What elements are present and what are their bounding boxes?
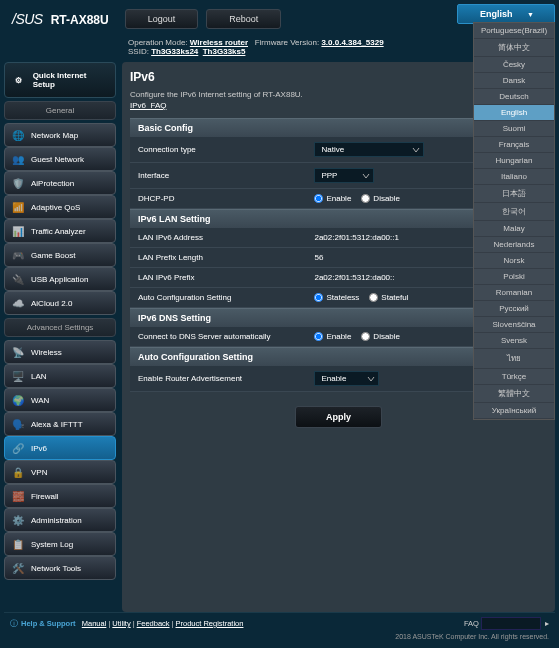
ssid2-link[interactable]: Th3G33ks5 bbox=[203, 47, 246, 56]
sidebar-header-advanced: Advanced Settings bbox=[4, 318, 116, 337]
sidebar-item-administration[interactable]: ⚙️Administration bbox=[4, 508, 116, 532]
sidebar-item-firewall[interactable]: 🧱Firewall bbox=[4, 484, 116, 508]
auto-cfg-stateless[interactable]: Stateless bbox=[314, 293, 359, 302]
help-support-link[interactable]: Help & Support bbox=[21, 619, 76, 628]
interface-select[interactable]: PPP bbox=[314, 168, 374, 183]
connection-type-select[interactable]: Native bbox=[314, 142, 424, 157]
manual-link[interactable]: Manual bbox=[82, 619, 107, 628]
sidebar-icon: 🧱 bbox=[11, 490, 25, 502]
sidebar-item-alexa-ifttt[interactable]: 🗣️Alexa & IFTTT bbox=[4, 412, 116, 436]
dhcp-pd-disable[interactable]: Disable bbox=[361, 194, 400, 203]
language-option[interactable]: Русский bbox=[474, 301, 554, 317]
language-option[interactable]: Український bbox=[474, 403, 554, 419]
sidebar-item-label: System Log bbox=[31, 540, 73, 549]
sidebar-item-adaptive-qos[interactable]: 📶Adaptive QoS bbox=[4, 195, 116, 219]
sidebar-item-aicloud-2-0[interactable]: ☁️AiCloud 2.0 bbox=[4, 291, 116, 315]
copyright: 2018 ASUSTeK Computer Inc. All rights re… bbox=[10, 633, 549, 640]
sidebar-item-game-boost[interactable]: 🎮Game Boost bbox=[4, 243, 116, 267]
sidebar-icon: ☁️ bbox=[11, 297, 25, 309]
sidebar-item-label: VPN bbox=[31, 468, 47, 477]
sidebar-item-label: Guest Network bbox=[31, 155, 84, 164]
language-option[interactable]: Česky bbox=[474, 57, 554, 73]
language-option[interactable]: 日本語 bbox=[474, 185, 554, 203]
chevron-down-icon: ▼ bbox=[527, 11, 534, 18]
sidebar-item-usb-application[interactable]: 🔌USB Application bbox=[4, 267, 116, 291]
sidebar-item-network-map[interactable]: 🌐Network Map bbox=[4, 123, 116, 147]
language-option[interactable]: 简体中文 bbox=[474, 39, 554, 57]
op-mode-link[interactable]: Wireless router bbox=[190, 38, 248, 47]
router-adv-select[interactable]: Enable bbox=[314, 371, 379, 386]
dns-disable[interactable]: Disable bbox=[361, 332, 400, 341]
product-reg-link[interactable]: Product Registration bbox=[176, 619, 244, 628]
language-option[interactable]: Romanian bbox=[474, 285, 554, 301]
sidebar-icon: 🎮 bbox=[11, 249, 25, 261]
language-option[interactable]: Suomi bbox=[474, 121, 554, 137]
sidebar-item-label: Traffic Analyzer bbox=[31, 227, 86, 236]
language-option[interactable]: Polski bbox=[474, 269, 554, 285]
language-option[interactable]: Deutsch bbox=[474, 89, 554, 105]
language-option[interactable]: Norsk bbox=[474, 253, 554, 269]
sidebar-item-label: Game Boost bbox=[31, 251, 75, 260]
asus-logo: /SUS bbox=[12, 11, 43, 27]
utility-link[interactable]: Utility bbox=[112, 619, 130, 628]
sidebar-icon: ⚙️ bbox=[11, 514, 25, 526]
sidebar-item-label: WAN bbox=[31, 396, 49, 405]
language-option[interactable]: English bbox=[474, 105, 554, 121]
apply-button[interactable]: Apply bbox=[295, 406, 382, 428]
faq-go-icon[interactable]: ▸ bbox=[545, 619, 549, 628]
sidebar-icon: 🌐 bbox=[11, 129, 25, 141]
sidebar-item-vpn[interactable]: 🔒VPN bbox=[4, 460, 116, 484]
logout-button[interactable]: Logout bbox=[125, 9, 199, 29]
dns-enable[interactable]: Enable bbox=[314, 332, 351, 341]
ssid1-link[interactable]: Th3G33ks24 bbox=[151, 47, 198, 56]
language-option[interactable]: ไทย bbox=[474, 349, 554, 369]
sidebar-item-label: Alexa & IFTTT bbox=[31, 420, 83, 429]
auto-cfg-stateful[interactable]: Stateful bbox=[369, 293, 408, 302]
language-option[interactable]: Nederlands bbox=[474, 237, 554, 253]
faq-search-input[interactable] bbox=[481, 617, 541, 630]
language-current: English bbox=[480, 9, 513, 19]
firmware-link[interactable]: 3.0.0.4.384_5329 bbox=[321, 38, 383, 47]
sidebar-item-wireless[interactable]: 📡Wireless bbox=[4, 340, 116, 364]
language-option[interactable]: Svensk bbox=[474, 333, 554, 349]
sidebar-item-label: AiProtection bbox=[31, 179, 74, 188]
language-option[interactable]: Slovenščina bbox=[474, 317, 554, 333]
sidebar-item-system-log[interactable]: 📋System Log bbox=[4, 532, 116, 556]
sidebar-item-label: LAN bbox=[31, 372, 47, 381]
sidebar-icon: 🔗 bbox=[11, 442, 25, 454]
help-icon: ⓘ bbox=[10, 619, 18, 629]
language-option[interactable]: 繁體中文 bbox=[474, 385, 554, 403]
sidebar-icon: 🌍 bbox=[11, 394, 25, 406]
language-option[interactable]: Français bbox=[474, 137, 554, 153]
sidebar-icon: 📋 bbox=[11, 538, 25, 550]
sidebar-item-label: Network Tools bbox=[31, 564, 81, 573]
sidebar-item-ipv6[interactable]: 🔗IPv6 bbox=[4, 436, 116, 460]
quick-setup-button[interactable]: ⚙ Quick Internet Setup bbox=[4, 62, 116, 98]
language-option[interactable]: Malay bbox=[474, 221, 554, 237]
sidebar-icon: 🔒 bbox=[11, 466, 25, 478]
sidebar-icon: 📡 bbox=[11, 346, 25, 358]
sidebar-item-traffic-analyzer[interactable]: 📊Traffic Analyzer bbox=[4, 219, 116, 243]
language-option[interactable]: Portuguese(Brazil) bbox=[474, 23, 554, 39]
language-option[interactable]: Dansk bbox=[474, 73, 554, 89]
model-name: RT-AX88U bbox=[51, 13, 109, 27]
sidebar-item-wan[interactable]: 🌍WAN bbox=[4, 388, 116, 412]
language-button[interactable]: English ▼ bbox=[457, 4, 555, 24]
footer: ⓘ Help & Support Manual | Utility | Feed… bbox=[4, 612, 555, 644]
sidebar-icon: 🗣️ bbox=[11, 418, 25, 430]
sidebar-icon: 🛠️ bbox=[11, 562, 25, 574]
language-option[interactable]: Türkçe bbox=[474, 369, 554, 385]
sidebar-item-lan[interactable]: 🖥️LAN bbox=[4, 364, 116, 388]
language-option[interactable]: Italiano bbox=[474, 169, 554, 185]
sidebar-item-label: Network Map bbox=[31, 131, 78, 140]
sidebar-item-network-tools[interactable]: 🛠️Network Tools bbox=[4, 556, 116, 580]
reboot-button[interactable]: Reboot bbox=[206, 9, 281, 29]
sidebar-item-aiprotection[interactable]: 🛡️AiProtection bbox=[4, 171, 116, 195]
language-option[interactable]: 한국어 bbox=[474, 203, 554, 221]
language-option[interactable]: Hungarian bbox=[474, 153, 554, 169]
dhcp-pd-enable[interactable]: Enable bbox=[314, 194, 351, 203]
sidebar-item-guest-network[interactable]: 👥Guest Network bbox=[4, 147, 116, 171]
sidebar: ⚙ Quick Internet Setup General 🌐Network … bbox=[4, 62, 116, 612]
sidebar-item-label: Adaptive QoS bbox=[31, 203, 80, 212]
feedback-link[interactable]: Feedback bbox=[137, 619, 170, 628]
